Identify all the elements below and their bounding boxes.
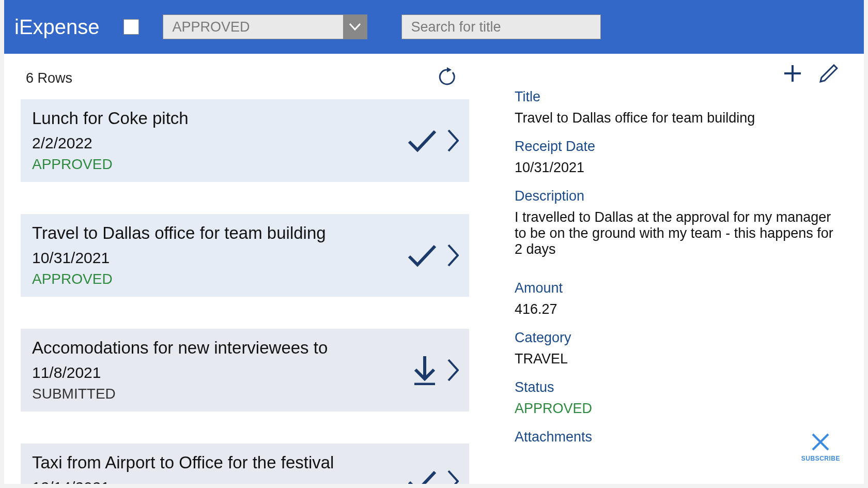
add-button[interactable] xyxy=(782,63,803,84)
chevron-right-icon[interactable] xyxy=(447,244,459,267)
chevron-right-icon[interactable] xyxy=(447,129,459,152)
expense-card[interactable]: Taxi from Airport to Office for the fest… xyxy=(21,444,469,484)
row-count: 6 Rows xyxy=(26,70,72,86)
field-label-attachments: Attachments xyxy=(515,429,843,445)
chevron-down-icon xyxy=(349,23,361,30)
expense-card[interactable]: Lunch for Coke pitch 2/2/2022 APPROVED xyxy=(21,99,469,182)
field-value-title: Travel to Dallas office for team buildin… xyxy=(515,110,843,126)
card-title: Lunch for Coke pitch xyxy=(32,109,458,128)
card-date: 10/31/2021 xyxy=(32,249,458,267)
card-status: APPROVED xyxy=(32,156,458,173)
field-value-amount: 416.27 xyxy=(515,301,843,317)
card-title: Travel to Dallas office for team buildin… xyxy=(32,223,458,243)
card-date: 2/2/2022 xyxy=(32,134,458,152)
dropdown-selected: APPROVED xyxy=(163,19,343,35)
field-label-status: Status xyxy=(515,379,843,395)
check-icon xyxy=(407,129,437,152)
chevron-right-icon[interactable] xyxy=(447,470,459,484)
expense-card[interactable]: Travel to Dallas office for team buildin… xyxy=(21,214,469,297)
chevron-right-icon[interactable] xyxy=(447,359,459,382)
card-title: Accomodations for new interviewees to xyxy=(32,338,458,358)
field-label-category: Category xyxy=(515,330,843,346)
edit-button[interactable] xyxy=(819,64,838,83)
app-title: iExpense xyxy=(14,16,100,39)
top-bar: iExpense APPROVED xyxy=(4,0,864,54)
card-status: APPROVED xyxy=(32,271,458,287)
refresh-button[interactable] xyxy=(437,67,457,89)
download-icon xyxy=(412,355,437,385)
field-value-category: TRAVEL xyxy=(515,351,843,367)
check-icon xyxy=(407,470,437,484)
card-date: 11/8/2021 xyxy=(32,364,458,382)
field-value-receipt-date: 10/31/2021 xyxy=(515,160,843,176)
field-label-amount: Amount xyxy=(515,280,843,296)
expense-detail-panel: Title Travel to Dallas office for team b… xyxy=(473,54,864,484)
dropdown-toggle[interactable] xyxy=(343,15,367,39)
field-value-status: APPROVED xyxy=(515,401,843,417)
field-label-description: Description xyxy=(515,188,843,204)
expense-list-panel: 6 Rows Lunch for Coke pitch 2/2/2022 APP… xyxy=(4,54,473,484)
card-title: Taxi from Airport to Office for the fest… xyxy=(32,453,458,472)
card-status: SUBMITTED xyxy=(32,386,458,402)
search-input[interactable] xyxy=(401,14,601,39)
check-icon xyxy=(407,244,437,267)
field-value-description: I travelled to Dallas at the approval fo… xyxy=(515,209,843,257)
filter-checkbox[interactable] xyxy=(123,19,139,35)
field-label-receipt-date: Receipt Date xyxy=(515,139,843,155)
field-label-title: Title xyxy=(515,89,843,105)
refresh-icon xyxy=(437,67,457,87)
status-filter-dropdown[interactable]: APPROVED xyxy=(163,14,367,39)
expense-card[interactable]: Accomodations for new interviewees to 11… xyxy=(21,329,469,411)
card-date: 12/14/2021 xyxy=(32,479,458,484)
